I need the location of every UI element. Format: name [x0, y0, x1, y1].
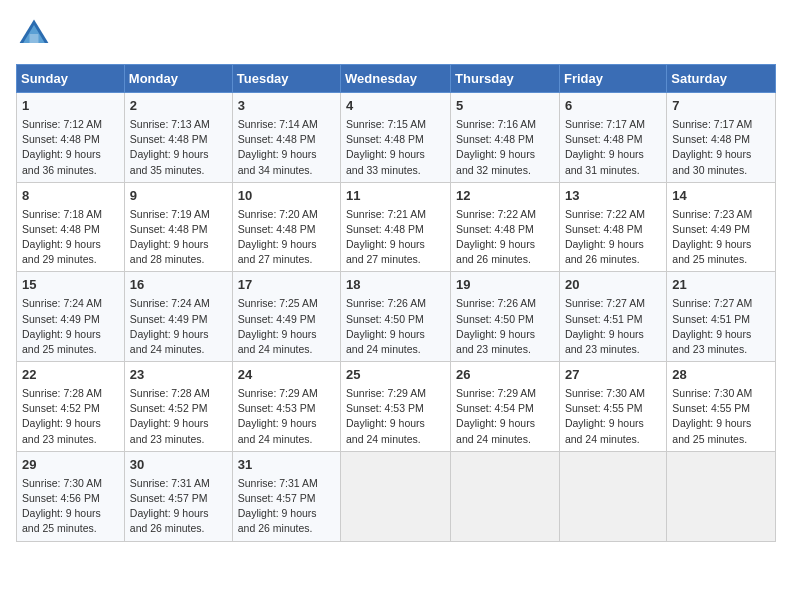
day-number: 24 — [238, 366, 335, 385]
day-number: 16 — [130, 276, 227, 295]
calendar-cell — [667, 451, 776, 541]
calendar-header-row: SundayMondayTuesdayWednesdayThursdayFrid… — [17, 65, 776, 93]
logo — [16, 16, 56, 52]
calendar-cell: 16Sunrise: 7:24 AMSunset: 4:49 PMDayligh… — [124, 272, 232, 362]
column-header-wednesday: Wednesday — [341, 65, 451, 93]
calendar-cell: 24Sunrise: 7:29 AMSunset: 4:53 PMDayligh… — [232, 362, 340, 452]
day-number: 10 — [238, 187, 335, 206]
calendar-cell: 5Sunrise: 7:16 AMSunset: 4:48 PMDaylight… — [451, 93, 560, 183]
calendar-cell: 22Sunrise: 7:28 AMSunset: 4:52 PMDayligh… — [17, 362, 125, 452]
calendar-cell: 20Sunrise: 7:27 AMSunset: 4:51 PMDayligh… — [559, 272, 666, 362]
calendar-cell: 28Sunrise: 7:30 AMSunset: 4:55 PMDayligh… — [667, 362, 776, 452]
calendar-cell: 15Sunrise: 7:24 AMSunset: 4:49 PMDayligh… — [17, 272, 125, 362]
page-header — [16, 16, 776, 52]
calendar-cell: 18Sunrise: 7:26 AMSunset: 4:50 PMDayligh… — [341, 272, 451, 362]
week-row-3: 15Sunrise: 7:24 AMSunset: 4:49 PMDayligh… — [17, 272, 776, 362]
calendar-cell: 4Sunrise: 7:15 AMSunset: 4:48 PMDaylight… — [341, 93, 451, 183]
day-number: 27 — [565, 366, 661, 385]
day-number: 22 — [22, 366, 119, 385]
day-number: 11 — [346, 187, 445, 206]
calendar-cell: 9Sunrise: 7:19 AMSunset: 4:48 PMDaylight… — [124, 182, 232, 272]
calendar-cell: 23Sunrise: 7:28 AMSunset: 4:52 PMDayligh… — [124, 362, 232, 452]
day-number: 17 — [238, 276, 335, 295]
column-header-tuesday: Tuesday — [232, 65, 340, 93]
calendar-cell: 10Sunrise: 7:20 AMSunset: 4:48 PMDayligh… — [232, 182, 340, 272]
day-number: 13 — [565, 187, 661, 206]
calendar-table: SundayMondayTuesdayWednesdayThursdayFrid… — [16, 64, 776, 542]
day-number: 19 — [456, 276, 554, 295]
column-header-sunday: Sunday — [17, 65, 125, 93]
column-header-saturday: Saturday — [667, 65, 776, 93]
day-number: 8 — [22, 187, 119, 206]
day-number: 18 — [346, 276, 445, 295]
day-number: 7 — [672, 97, 770, 116]
calendar-cell: 12Sunrise: 7:22 AMSunset: 4:48 PMDayligh… — [451, 182, 560, 272]
day-number: 21 — [672, 276, 770, 295]
day-number: 31 — [238, 456, 335, 475]
day-number: 29 — [22, 456, 119, 475]
calendar-cell — [341, 451, 451, 541]
day-number: 28 — [672, 366, 770, 385]
day-number: 6 — [565, 97, 661, 116]
week-row-1: 1Sunrise: 7:12 AMSunset: 4:48 PMDaylight… — [17, 93, 776, 183]
calendar-cell: 26Sunrise: 7:29 AMSunset: 4:54 PMDayligh… — [451, 362, 560, 452]
logo-icon — [16, 16, 52, 52]
calendar-cell: 27Sunrise: 7:30 AMSunset: 4:55 PMDayligh… — [559, 362, 666, 452]
column-header-friday: Friday — [559, 65, 666, 93]
calendar-cell: 1Sunrise: 7:12 AMSunset: 4:48 PMDaylight… — [17, 93, 125, 183]
day-number: 23 — [130, 366, 227, 385]
day-number: 20 — [565, 276, 661, 295]
day-number: 12 — [456, 187, 554, 206]
day-number: 1 — [22, 97, 119, 116]
week-row-5: 29Sunrise: 7:30 AMSunset: 4:56 PMDayligh… — [17, 451, 776, 541]
calendar-cell: 21Sunrise: 7:27 AMSunset: 4:51 PMDayligh… — [667, 272, 776, 362]
column-header-monday: Monday — [124, 65, 232, 93]
calendar-cell: 14Sunrise: 7:23 AMSunset: 4:49 PMDayligh… — [667, 182, 776, 272]
calendar-cell: 13Sunrise: 7:22 AMSunset: 4:48 PMDayligh… — [559, 182, 666, 272]
calendar-cell: 19Sunrise: 7:26 AMSunset: 4:50 PMDayligh… — [451, 272, 560, 362]
calendar-cell: 17Sunrise: 7:25 AMSunset: 4:49 PMDayligh… — [232, 272, 340, 362]
day-number: 4 — [346, 97, 445, 116]
calendar-cell: 7Sunrise: 7:17 AMSunset: 4:48 PMDaylight… — [667, 93, 776, 183]
calendar-cell — [559, 451, 666, 541]
calendar-cell: 2Sunrise: 7:13 AMSunset: 4:48 PMDaylight… — [124, 93, 232, 183]
calendar-cell: 8Sunrise: 7:18 AMSunset: 4:48 PMDaylight… — [17, 182, 125, 272]
day-number: 3 — [238, 97, 335, 116]
day-number: 25 — [346, 366, 445, 385]
calendar-cell: 3Sunrise: 7:14 AMSunset: 4:48 PMDaylight… — [232, 93, 340, 183]
day-number: 15 — [22, 276, 119, 295]
day-number: 9 — [130, 187, 227, 206]
calendar-cell: 30Sunrise: 7:31 AMSunset: 4:57 PMDayligh… — [124, 451, 232, 541]
day-number: 30 — [130, 456, 227, 475]
calendar-cell: 11Sunrise: 7:21 AMSunset: 4:48 PMDayligh… — [341, 182, 451, 272]
calendar-body: 1Sunrise: 7:12 AMSunset: 4:48 PMDaylight… — [17, 93, 776, 542]
week-row-2: 8Sunrise: 7:18 AMSunset: 4:48 PMDaylight… — [17, 182, 776, 272]
column-header-thursday: Thursday — [451, 65, 560, 93]
calendar-cell — [451, 451, 560, 541]
week-row-4: 22Sunrise: 7:28 AMSunset: 4:52 PMDayligh… — [17, 362, 776, 452]
day-number: 26 — [456, 366, 554, 385]
calendar-cell: 31Sunrise: 7:31 AMSunset: 4:57 PMDayligh… — [232, 451, 340, 541]
day-number: 14 — [672, 187, 770, 206]
calendar-cell: 29Sunrise: 7:30 AMSunset: 4:56 PMDayligh… — [17, 451, 125, 541]
svg-rect-2 — [30, 34, 39, 43]
day-number: 2 — [130, 97, 227, 116]
calendar-cell: 6Sunrise: 7:17 AMSunset: 4:48 PMDaylight… — [559, 93, 666, 183]
day-number: 5 — [456, 97, 554, 116]
calendar-cell: 25Sunrise: 7:29 AMSunset: 4:53 PMDayligh… — [341, 362, 451, 452]
